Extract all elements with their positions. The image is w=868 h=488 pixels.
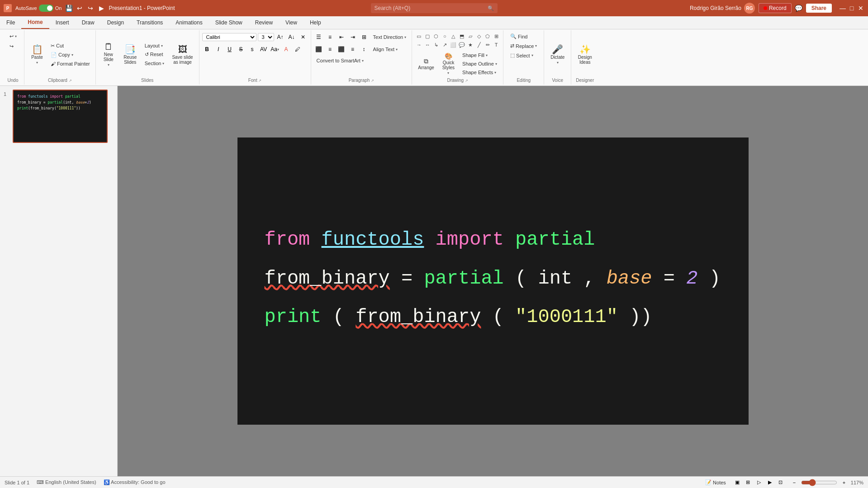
font-color-btn[interactable]: A xyxy=(281,44,291,54)
align-left-btn[interactable]: ⬛ xyxy=(314,44,324,54)
shape-flowchart[interactable]: ⬜ xyxy=(449,41,457,49)
zoom-slider[interactable] xyxy=(801,479,837,486)
section-button[interactable]: Section ▾ xyxy=(142,59,167,67)
shape-rt[interactable]: ⬒ xyxy=(458,32,466,40)
shape-rounded-rect[interactable]: ▢ xyxy=(423,32,432,40)
decrease-indent-btn[interactable]: ⇤ xyxy=(337,32,346,42)
find-button[interactable]: 🔍 Find xyxy=(508,32,530,41)
maximize-button[interactable]: □ xyxy=(848,5,855,12)
increase-indent-btn[interactable]: ⇥ xyxy=(348,32,358,42)
font-name-select[interactable]: Calibri xyxy=(202,33,256,41)
autosave-toggle[interactable] xyxy=(39,5,53,12)
shape-penta[interactable]: ⬠ xyxy=(484,32,492,40)
tab-help[interactable]: Help xyxy=(304,16,327,29)
justify-btn[interactable]: ≡ xyxy=(348,44,358,54)
tab-transitions[interactable]: Transitions xyxy=(130,16,169,29)
reuse-slides-button[interactable]: 📑 ReuseSlides xyxy=(120,41,140,68)
shape-snip[interactable]: ⬡ xyxy=(432,32,440,40)
clear-format-btn[interactable]: ✕ xyxy=(298,32,308,42)
paste-button[interactable]: 📋 Paste ▾ xyxy=(27,41,47,68)
num-list-btn[interactable]: ≡ xyxy=(325,32,335,42)
align-right-btn[interactable]: ⬛ xyxy=(337,44,346,54)
shape-arrow[interactable]: → xyxy=(415,41,423,49)
tab-file[interactable]: File xyxy=(0,16,21,29)
tab-insert[interactable]: Insert xyxy=(49,16,76,29)
shape-freeform[interactable]: ✏ xyxy=(484,41,492,49)
shape-callout[interactable]: 💬 xyxy=(458,41,466,49)
shape-rect[interactable]: ▭ xyxy=(415,32,423,40)
shape-more[interactable]: ⊞ xyxy=(492,32,500,40)
design-ideas-button[interactable]: ✨ DesignIdeas xyxy=(575,41,595,68)
drawing-expand-icon[interactable]: ↗ xyxy=(465,79,468,83)
case-button[interactable]: Aa ▾ xyxy=(270,44,280,54)
increase-font-btn[interactable]: A↑ xyxy=(275,32,285,42)
presenter-view-btn[interactable]: ⊡ xyxy=(776,479,786,487)
strikethrough-button[interactable]: S xyxy=(236,44,246,54)
clipboard-expand-icon[interactable]: ↗ xyxy=(69,79,72,83)
minimize-button[interactable]: — xyxy=(839,5,846,12)
quick-styles-button[interactable]: 🎨 QuickStyles ▾ xyxy=(439,51,458,77)
arrange-button[interactable]: ⧉ Arrange xyxy=(415,51,437,77)
convert-smartart-btn[interactable]: Convert to SmartArt ▾ xyxy=(314,57,366,65)
shape-double-arrow[interactable]: ↔ xyxy=(423,41,432,49)
tab-animations[interactable]: Animations xyxy=(169,16,209,29)
paragraph-expand-icon[interactable]: ↗ xyxy=(371,79,374,83)
reset-button[interactable]: ↺ Reset xyxy=(142,50,167,59)
slide-canvas[interactable]: from functools import partial from_binar… xyxy=(237,137,749,425)
format-painter-button[interactable]: 🖌 Format Painter xyxy=(48,60,93,68)
tab-slideshow[interactable]: Slide Show xyxy=(209,16,249,29)
redo-button[interactable]: ↪ xyxy=(7,42,16,51)
tab-home[interactable]: Home xyxy=(21,16,49,29)
normal-view-btn[interactable]: ▣ xyxy=(732,479,742,487)
new-slide-button[interactable]: 🗒 NewSlide ▾ xyxy=(99,40,119,69)
shape-elbow[interactable]: ↳ xyxy=(432,41,440,49)
share-button[interactable]: Share xyxy=(806,4,832,13)
shape-line[interactable]: ╱ xyxy=(475,41,483,49)
save-slide-as-image-button[interactable]: 🖼 Save slideas image xyxy=(169,41,196,68)
shape-star[interactable]: ★ xyxy=(466,41,474,49)
quick-present-btn[interactable]: ▶ xyxy=(98,5,105,12)
bullet-list-btn[interactable]: ☰ xyxy=(314,32,324,42)
align-center-btn[interactable]: ≡ xyxy=(325,44,335,54)
shape-diamond[interactable]: ◇ xyxy=(475,32,483,40)
close-button[interactable]: ✕ xyxy=(857,5,864,12)
select-button[interactable]: ⬚ Select ▾ xyxy=(508,51,536,60)
layout-button[interactable]: Layout ▾ xyxy=(142,42,167,50)
slideshow-btn[interactable]: ▶ xyxy=(765,479,775,487)
cut-button[interactable]: ✂ Cut xyxy=(48,42,93,50)
comment-button[interactable]: 💬 xyxy=(795,5,802,12)
quick-save-btn[interactable]: 💾 xyxy=(65,5,72,12)
undo-button[interactable]: ↩ ▾ xyxy=(7,32,19,41)
columns-btn[interactable]: ⊞ xyxy=(359,32,369,42)
text-direction-btn[interactable]: Text Direction ▾ xyxy=(370,33,409,41)
shape-triangle[interactable]: △ xyxy=(449,32,457,40)
notes-button[interactable]: 📝 Notes xyxy=(702,478,729,487)
highlight-btn[interactable]: 🖊 xyxy=(293,44,303,54)
tab-draw[interactable]: Draw xyxy=(76,16,101,29)
line-spacing-btn[interactable]: ↕ xyxy=(359,44,369,54)
font-expand-icon[interactable]: ↗ xyxy=(258,79,261,83)
record-button[interactable]: Record xyxy=(759,3,792,13)
copy-button[interactable]: 📄 Copy ▾ xyxy=(48,51,93,59)
shape-effects-btn[interactable]: Shape Effects ▾ xyxy=(460,68,500,76)
shape-textbox[interactable]: T xyxy=(492,41,500,49)
bold-button[interactable]: B xyxy=(202,44,212,54)
shape-circle[interactable]: ○ xyxy=(441,32,449,40)
slide-thumbnail[interactable]: from functools import partial from_binar… xyxy=(13,90,108,143)
shape-fill-btn[interactable]: Shape Fill ▾ xyxy=(460,51,500,59)
underline-button[interactable]: U xyxy=(225,44,235,54)
char-spacing-button[interactable]: AV xyxy=(259,44,269,54)
decrease-font-btn[interactable]: A↓ xyxy=(287,32,297,42)
zoom-out-btn[interactable]: − xyxy=(789,479,799,487)
tab-design[interactable]: Design xyxy=(101,16,130,29)
tab-review[interactable]: Review xyxy=(249,16,279,29)
shape-outline-btn[interactable]: Shape Outline ▾ xyxy=(460,60,500,68)
quick-redo-btn[interactable]: ↪ xyxy=(87,5,94,12)
shadow-button[interactable]: s xyxy=(247,44,257,54)
quick-undo-btn[interactable]: ↩ xyxy=(76,5,83,12)
dictate-button[interactable]: 🎤 Dictate ▾ xyxy=(547,41,568,68)
tab-view[interactable]: View xyxy=(279,16,304,29)
align-text-btn[interactable]: Align Text ▾ xyxy=(370,45,401,53)
shape-para[interactable]: ▱ xyxy=(466,32,474,40)
slide-sorter-btn[interactable]: ⊞ xyxy=(743,479,753,487)
